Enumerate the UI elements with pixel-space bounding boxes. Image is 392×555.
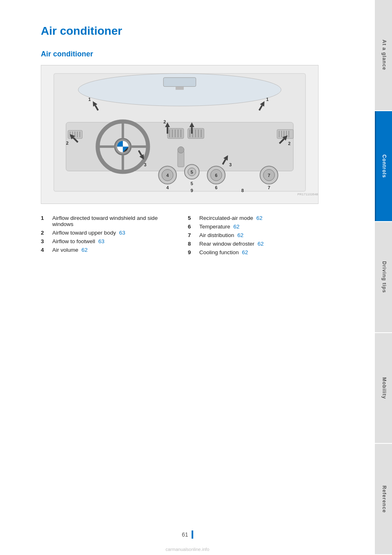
item-link[interactable]: 62 bbox=[258, 241, 264, 247]
list-item: 8 Rear window defroster 62 bbox=[188, 239, 318, 248]
list-item: 5 Recirculated-air mode 62 bbox=[188, 214, 318, 222]
item-text: Airflow directed toward windshield and s… bbox=[52, 215, 172, 227]
sidebar: At a glance Controls Driving tips Mobili… bbox=[375, 0, 392, 555]
item-text: Air volume 62 bbox=[52, 247, 172, 253]
svg-rect-3 bbox=[163, 78, 196, 87]
svg-text:1: 1 bbox=[88, 97, 91, 102]
item-link[interactable]: 62 bbox=[242, 249, 248, 255]
item-number: 5 bbox=[188, 215, 196, 221]
page-number-area: 61 bbox=[182, 530, 193, 539]
svg-text:PR171102648: PR171102648 bbox=[297, 192, 318, 196]
svg-point-79 bbox=[178, 147, 184, 153]
svg-rect-13 bbox=[167, 128, 184, 139]
section-title: Air conditioner bbox=[41, 50, 350, 58]
svg-rect-4 bbox=[176, 87, 184, 90]
svg-text:7: 7 bbox=[268, 173, 270, 178]
item-link[interactable]: 63 bbox=[119, 230, 125, 236]
svg-text:1: 1 bbox=[266, 97, 269, 102]
list-item: 2 Airflow toward upper body 63 bbox=[41, 228, 172, 237]
item-text: Airflow toward upper body 63 bbox=[52, 230, 172, 236]
svg-text:9: 9 bbox=[191, 188, 193, 193]
svg-text:7: 7 bbox=[268, 185, 270, 190]
sidebar-tab-reference[interactable]: Reference bbox=[375, 444, 392, 554]
page-title: Air conditioner bbox=[41, 25, 350, 38]
svg-text:5: 5 bbox=[191, 181, 193, 186]
sidebar-tab-controls[interactable]: Controls bbox=[375, 111, 392, 222]
item-text: Airflow to footwell 63 bbox=[52, 238, 172, 244]
item-link[interactable]: 62 bbox=[237, 232, 243, 238]
svg-rect-14 bbox=[188, 128, 204, 139]
item-link[interactable]: 63 bbox=[98, 238, 105, 244]
item-number: 8 bbox=[188, 241, 196, 247]
list-item: 7 Air distribution 62 bbox=[188, 231, 318, 239]
svg-text:2: 2 bbox=[163, 119, 166, 124]
list-item: 9 Cooling function 62 bbox=[188, 248, 318, 257]
svg-text:6: 6 bbox=[215, 185, 217, 190]
item-text: Air distribution 62 bbox=[199, 232, 318, 238]
svg-text:6: 6 bbox=[215, 173, 217, 178]
item-number: 4 bbox=[41, 247, 49, 253]
svg-text:2: 2 bbox=[66, 141, 69, 145]
svg-text:2: 2 bbox=[288, 141, 290, 146]
item-number: 6 bbox=[188, 224, 196, 230]
list-item: 6 Temperature 62 bbox=[188, 222, 318, 231]
watermark: carmanualsonline.info bbox=[165, 547, 209, 552]
list-item: 1 Airflow directed toward windshield and… bbox=[41, 214, 172, 228]
sidebar-tab-mobility[interactable]: Mobility bbox=[375, 333, 392, 443]
item-text: Cooling function 62 bbox=[199, 249, 318, 255]
car-diagram: 4 5 6 7 4 5 6 7 8 9 bbox=[41, 65, 318, 204]
list-item: 3 Airflow to footwell 63 bbox=[41, 237, 172, 246]
items-list: 1 Airflow directed toward windshield and… bbox=[41, 214, 318, 257]
item-link[interactable]: 62 bbox=[82, 247, 88, 253]
svg-text:8: 8 bbox=[241, 188, 244, 193]
list-item: 4 Air volume 62 bbox=[41, 246, 172, 254]
svg-text:5: 5 bbox=[191, 170, 193, 175]
item-number: 2 bbox=[41, 230, 49, 236]
sidebar-tab-driving-tips[interactable]: Driving tips bbox=[375, 222, 392, 332]
page-number-bar bbox=[192, 530, 193, 539]
item-number: 1 bbox=[41, 215, 49, 221]
item-link[interactable]: 62 bbox=[234, 224, 240, 230]
svg-text:3: 3 bbox=[229, 162, 232, 167]
item-link[interactable]: 62 bbox=[256, 215, 263, 221]
svg-text:3: 3 bbox=[144, 162, 147, 167]
item-text: Rear window defroster 62 bbox=[199, 241, 318, 247]
item-number: 9 bbox=[188, 249, 196, 255]
sidebar-tab-at-a-glance[interactable]: At a glance bbox=[375, 0, 392, 110]
svg-rect-65 bbox=[167, 127, 168, 134]
item-number: 7 bbox=[188, 232, 196, 238]
item-text: Temperature 62 bbox=[199, 224, 318, 230]
item-number: 3 bbox=[41, 238, 49, 244]
page-number: 61 bbox=[182, 531, 188, 538]
item-text: Recirculated-air mode 62 bbox=[199, 215, 318, 221]
svg-text:4: 4 bbox=[166, 173, 169, 178]
svg-text:4: 4 bbox=[166, 185, 169, 190]
svg-rect-68 bbox=[191, 127, 193, 134]
